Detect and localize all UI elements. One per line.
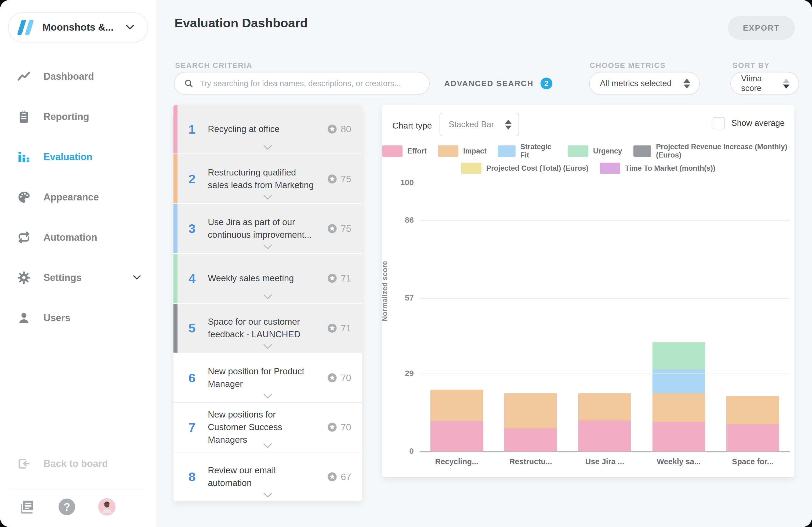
legend-item[interactable]: Projected Revenue Increase (Monthly) (Eu… <box>634 143 794 160</box>
bar-segment <box>578 393 631 420</box>
idea-score-value: 80 <box>341 124 351 134</box>
legend-item[interactable]: Impact <box>438 143 487 160</box>
legend-swatch <box>568 146 588 157</box>
bar-segment <box>578 420 631 451</box>
palette-icon <box>17 190 31 205</box>
show-average-checkbox[interactable] <box>713 117 725 129</box>
advanced-search-link[interactable]: ADVANCED SEARCH 2 <box>444 72 552 95</box>
export-button[interactable]: EXPORT <box>728 16 795 40</box>
chart-type-select[interactable]: Stacked Bar <box>439 113 519 136</box>
workspace-name: Moonshots &... <box>42 22 124 33</box>
idea-score-value: 71 <box>341 323 351 333</box>
legend-row: Projected Cost (Total) (Euros) Time To M… <box>382 163 794 174</box>
select-arrows-icon <box>684 79 690 89</box>
legend-swatch <box>438 146 458 157</box>
idea-list-item[interactable]: 1 Recycling at office 80 <box>173 105 362 154</box>
legend-swatch <box>634 146 651 157</box>
select-arrows-icon <box>783 79 789 89</box>
idea-rank: 2 <box>176 171 208 186</box>
sidebar-item-reporting[interactable]: Reporting <box>0 96 156 137</box>
plot-area: Recycling...Restructu...Use Jira ...Week… <box>420 183 790 451</box>
clipboard-icon <box>17 109 31 124</box>
idea-score-value: 67 <box>341 471 351 482</box>
expand-chevron-icon[interactable] <box>263 144 273 150</box>
idea-list-item[interactable]: 5 Space for our customer feedback - LAUN… <box>173 304 362 353</box>
advanced-search-count-badge: 2 <box>540 77 552 89</box>
idea-list-item[interactable]: 4 Weekly sales meeting 71 <box>173 254 362 303</box>
nav-item-label: Appearance <box>44 192 99 203</box>
bar-segment <box>726 396 779 424</box>
idea-title: Recycling at office <box>208 123 279 136</box>
expand-chevron-icon[interactable] <box>263 443 273 449</box>
expand-chevron-icon[interactable] <box>263 194 273 200</box>
legend-label: Impact <box>463 147 487 155</box>
show-average-control: Show average <box>713 117 785 129</box>
back-to-board-label: Back to board <box>44 458 108 469</box>
bar-segment <box>653 422 705 451</box>
sidebar-item-dashboard[interactable]: Dashboard <box>0 56 156 96</box>
search-icon <box>184 78 194 89</box>
gridline <box>420 451 790 452</box>
idea-list-item[interactable]: 6 New position for Product Manager 70 <box>173 353 362 402</box>
star-badge-icon <box>327 471 337 482</box>
page-title: Evaluation Dashboard <box>175 16 308 30</box>
y-tick-label: 100 <box>384 178 414 187</box>
idea-color-bar <box>173 204 177 253</box>
legend-item[interactable]: Effort <box>382 143 427 160</box>
bar-slot <box>494 183 568 451</box>
idea-list-item[interactable]: 2 Restructuring qualified sales leads fr… <box>173 154 362 204</box>
sidebar-item-automation[interactable]: Automation <box>0 217 156 258</box>
idea-title: Review our email automation <box>208 464 317 490</box>
expand-chevron-icon[interactable] <box>263 294 273 300</box>
idea-list-item[interactable]: 7 New positions for Customer Success Man… <box>173 402 362 452</box>
y-axis-title: Normalized score <box>381 261 389 321</box>
sort-select[interactable]: Viima score <box>730 72 799 95</box>
idea-rank: 3 <box>176 221 208 236</box>
expand-chevron-icon[interactable] <box>263 344 273 349</box>
idea-score: 75 <box>327 223 362 234</box>
legend-row: Effort Impact Strategic Fit Urgency Proj… <box>382 143 794 160</box>
expand-chevron-icon[interactable] <box>263 492 273 498</box>
legend-label: Strategic Fit <box>520 143 557 160</box>
nav-item-label: Evaluation <box>44 151 92 163</box>
idea-title: New position for Product Manager <box>208 365 317 390</box>
choose-metrics-label: CHOOSE METRICS <box>590 61 666 70</box>
sidebar-item-settings[interactable]: Settings <box>0 258 156 298</box>
idea-color-bar <box>173 254 177 303</box>
bar-segment <box>653 393 705 422</box>
idea-color-bar <box>173 154 177 203</box>
idea-list-item[interactable]: 8 Review our email automation 67 <box>173 452 362 501</box>
idea-score: 70 <box>327 373 362 383</box>
legend-item[interactable]: Urgency <box>568 143 622 160</box>
legend-item[interactable]: Time To Market (month(s)) <box>600 163 715 174</box>
idea-list-item[interactable]: 3 Use Jira as part of our continuous imp… <box>173 204 362 254</box>
chart-legend: Effort Impact Strategic Fit Urgency Proj… <box>382 143 794 174</box>
legend-item[interactable]: Strategic Fit <box>498 143 557 160</box>
viima-logo-icon <box>19 20 32 35</box>
idea-title: Use Jira as part of our continuous impro… <box>208 216 317 241</box>
repeat-icon <box>17 230 31 245</box>
expand-chevron-icon[interactable] <box>263 393 273 399</box>
idea-score-value: 70 <box>341 373 351 383</box>
y-tick-label: 57 <box>384 293 414 302</box>
workspace-selector[interactable]: Moonshots &... <box>8 12 148 42</box>
bars-container <box>420 183 790 451</box>
chevron-down-icon <box>132 272 142 284</box>
metrics-select[interactable]: All metrics selected <box>589 72 700 95</box>
idea-score-value: 75 <box>341 174 351 184</box>
legend-item[interactable]: Projected Cost (Total) (Euros) <box>461 163 589 174</box>
search-input[interactable] <box>200 79 421 88</box>
news-icon[interactable] <box>18 498 35 516</box>
person-icon <box>17 311 31 325</box>
x-tick-label: Restructu... <box>494 457 568 466</box>
sidebar-item-appearance[interactable]: Appearance <box>0 177 156 217</box>
help-icon[interactable]: ? <box>59 499 75 515</box>
user-avatar[interactable] <box>98 498 115 515</box>
legend-label: Time To Market (month(s)) <box>625 164 715 172</box>
x-tick-label: Recycling... <box>420 457 494 466</box>
expand-chevron-icon[interactable] <box>263 244 273 250</box>
chevron-down-icon <box>124 21 136 34</box>
sidebar-item-users[interactable]: Users <box>0 298 156 338</box>
back-to-board-button[interactable]: Back to board <box>0 448 156 480</box>
sidebar-item-evaluation[interactable]: Evaluation <box>0 137 156 177</box>
